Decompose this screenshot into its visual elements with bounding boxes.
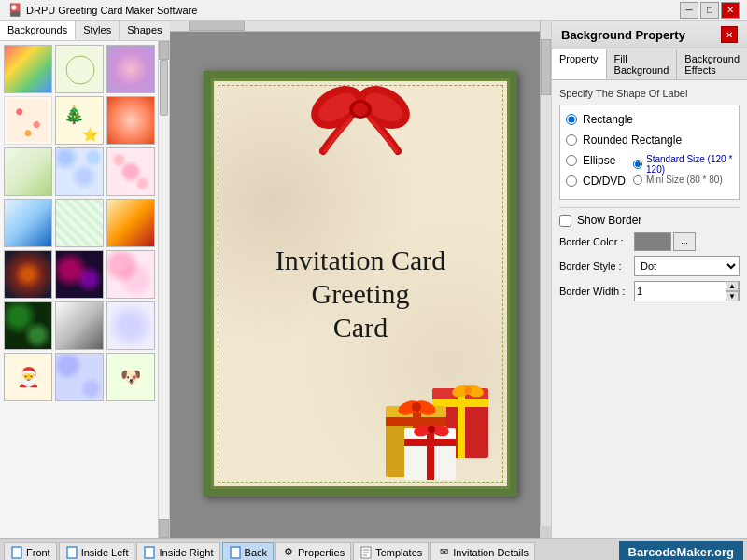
cd-size-options: Standard Size (120 * 120) Mini Size (80 …	[633, 154, 733, 185]
btn-properties[interactable]: ⚙ Properties	[275, 542, 351, 561]
thumb-16[interactable]	[4, 301, 52, 350]
thumb-row	[4, 199, 154, 247]
btn-templates[interactable]: Templates	[353, 542, 429, 561]
bow-decoration	[304, 78, 416, 159]
thumb-17[interactable]	[55, 301, 104, 350]
radio-cddvd[interactable]	[566, 175, 577, 187]
show-border-label: Show Border	[577, 214, 641, 227]
border-width-label: Border Width :	[559, 286, 634, 297]
radio-standard-size[interactable]	[633, 160, 642, 169]
thumb-14[interactable]	[55, 250, 104, 299]
show-border-checkbox[interactable]	[559, 215, 571, 227]
minimize-btn[interactable]: ─	[680, 2, 698, 19]
border-color-swatch[interactable]	[634, 232, 671, 251]
thumb-11[interactable]	[55, 199, 104, 247]
thumb-21[interactable]: 🐶	[106, 353, 155, 401]
thumb-12[interactable]	[106, 199, 155, 247]
thumb-row	[4, 250, 154, 299]
thumb-9[interactable]	[106, 147, 155, 196]
label-cddvd: CD/DVD	[583, 175, 626, 188]
right-content: Specify The Shape Of Label Rectangle Rou…	[552, 80, 747, 538]
radio-ellipse[interactable]	[566, 155, 577, 166]
thumb-2[interactable]	[55, 45, 104, 93]
shape-options-box: Rectangle Rounded Rectangle Ellipse	[559, 105, 740, 200]
radio-rectangle-row: Rectangle	[566, 111, 733, 128]
border-style-select[interactable]: Dot Solid Dash DashDot	[634, 256, 740, 276]
spin-up-btn[interactable]: ▲	[726, 281, 739, 291]
ellipse-cd-row: Ellipse CD/DVD Standard Size (120 * 120)	[566, 152, 733, 193]
radio-rectangle[interactable]	[566, 114, 577, 125]
border-width-input-container: ▲ ▼	[634, 281, 740, 301]
thumb-6[interactable]	[106, 96, 155, 145]
card-text-area: Invitation Card Greeting Card	[267, 244, 454, 344]
tab-fill-background[interactable]: Fill Background	[607, 49, 678, 79]
tab-background-effects[interactable]: Background Effects	[677, 49, 747, 79]
svg-rect-9	[432, 399, 488, 407]
barcode-branding: BarcodeMaker.org	[619, 541, 743, 560]
btn-inside-left[interactable]: Inside Left	[59, 542, 135, 561]
inside-right-icon	[143, 546, 156, 559]
thumb-3[interactable]	[106, 45, 155, 93]
svg-rect-22	[427, 428, 434, 480]
tab-styles[interactable]: Styles	[76, 21, 120, 40]
radio-cddvd-row: CD/DVD	[566, 173, 626, 189]
tab-backgrounds[interactable]: Backgrounds	[0, 21, 76, 40]
radio-mini-size[interactable]	[633, 175, 642, 185]
bottom-toolbar: Front Inside Left Inside Right Back ⚙ Pr…	[0, 538, 747, 560]
border-width-input[interactable]	[635, 286, 726, 297]
btn-invitation-details[interactable]: ✉ Invitation Details	[430, 542, 535, 561]
thumb-1[interactable]	[4, 45, 52, 93]
right-scrollbar[interactable]	[540, 21, 551, 526]
thumb-row	[4, 45, 154, 93]
svg-rect-29	[145, 547, 154, 558]
maximize-btn[interactable]: □	[700, 2, 719, 19]
label-standard-size: Standard Size (120 * 120)	[646, 154, 733, 175]
btn-inside-right-label: Inside Right	[159, 547, 213, 558]
close-btn[interactable]: ✕	[721, 2, 740, 19]
btn-back-label: Back	[245, 547, 267, 558]
right-panel-close[interactable]: ✕	[721, 26, 738, 43]
thumb-20[interactable]	[55, 353, 104, 401]
back-icon	[229, 546, 242, 559]
thumb-row: 🎅 🐶	[4, 353, 154, 401]
left-tab-row: Backgrounds Styles Shapes	[0, 21, 169, 41]
app-icon: 🎴	[7, 3, 22, 17]
gifts-decoration	[358, 337, 507, 486]
show-border-row: Show Border	[559, 214, 740, 227]
btn-templates-label: Templates	[375, 547, 422, 558]
svg-point-26	[428, 426, 435, 433]
svg-rect-28	[67, 547, 77, 558]
btn-inside-right[interactable]: Inside Right	[136, 542, 219, 561]
btn-front[interactable]: Front	[4, 542, 57, 561]
thumb-row	[4, 301, 154, 350]
front-icon	[10, 546, 23, 559]
thumbnails-area: 🎅 🐶	[0, 41, 158, 538]
btn-invitation-details-label: Invitation Details	[453, 547, 529, 558]
border-color-picker-btn[interactable]: ···	[673, 232, 696, 251]
thumb-5[interactable]	[55, 96, 104, 145]
btn-back[interactable]: Back	[222, 542, 274, 561]
svg-rect-16	[386, 417, 446, 426]
tab-shapes[interactable]: Shapes	[120, 21, 170, 40]
border-style-label: Border Style :	[559, 260, 634, 272]
thumb-row	[4, 96, 154, 145]
thumb-15[interactable]	[106, 250, 155, 299]
shape-section-label: Specify The Shape Of Label	[559, 88, 740, 99]
left-scrollbar[interactable]	[158, 41, 169, 538]
thumb-8[interactable]	[55, 147, 104, 196]
tab-property[interactable]: Property	[552, 49, 607, 79]
thumb-18[interactable]	[106, 301, 155, 350]
thumb-7[interactable]	[4, 147, 52, 196]
thumb-10[interactable]	[4, 199, 52, 247]
barcode-label: BarcodeMaker.org	[628, 545, 734, 559]
thumb-4[interactable]	[4, 96, 52, 145]
thumb-13[interactable]	[4, 250, 52, 299]
label-mini-size: Mini Size (80 * 80)	[646, 175, 723, 185]
title-bar: 🎴 DRPU Greeting Card Maker Software ─ □ …	[0, 0, 747, 21]
mini-size-row: Mini Size (80 * 80)	[633, 175, 733, 185]
top-scrollbar[interactable]	[170, 21, 540, 32]
spin-down-btn[interactable]: ▼	[726, 291, 739, 301]
thumb-19[interactable]: 🎅	[4, 353, 52, 401]
radio-rounded-rectangle[interactable]	[566, 134, 577, 146]
svg-point-19	[412, 402, 421, 412]
